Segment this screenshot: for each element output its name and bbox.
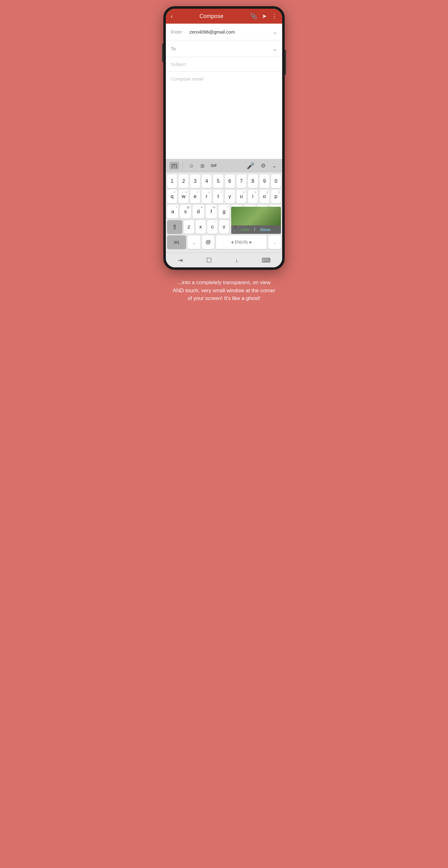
key-x[interactable]: x — [196, 220, 206, 234]
translate-toolbar-btn[interactable]: (T) — [170, 162, 179, 169]
send-icon[interactable]: ➤ — [262, 13, 267, 20]
key-4[interactable]: 4 — [202, 175, 212, 188]
key-p[interactable]: ]p — [271, 190, 281, 203]
keyboard-toolbar: (T) ☺ ⊞ GIF 🎤 ⚙ ⌄ — [166, 159, 282, 173]
last-key-rows: ⇧ z x "c v b ?n m ⌫ — [167, 220, 281, 234]
from-label: From — [171, 29, 189, 34]
keyboard-keys: 1 2 3 4 5 6 7 8 9 0 +q ×w — [166, 173, 282, 252]
key-d[interactable]: #d — [192, 205, 204, 219]
emoji-toolbar-btn[interactable]: ☺ — [187, 161, 196, 170]
phone-frame: ‹ Compose 📎 ➤ ⋮ From zero4096@gmail.com … — [163, 6, 285, 270]
key-s[interactable]: @s — [180, 205, 191, 219]
key-period[interactable]: . — [268, 235, 281, 249]
collapse-toolbar-btn[interactable]: ⌄ — [270, 161, 278, 170]
compose-body[interactable]: Compose email — [166, 72, 282, 159]
bottom-row: !#1 , @ ◄ EN(US) ► . — [167, 235, 281, 249]
from-chevron-icon[interactable]: ⌄ — [272, 29, 277, 35]
key-0[interactable]: 0 — [271, 175, 281, 188]
to-label: To — [171, 46, 189, 51]
menu-icon[interactable]: ⋮ — [272, 13, 277, 20]
settings-toolbar-btn[interactable]: ⚙ — [259, 161, 268, 170]
dotcom-suggestion[interactable]: .com — [239, 227, 251, 232]
gif-toolbar-btn[interactable]: GIF — [209, 162, 219, 169]
key-f[interactable]: %f — [206, 205, 217, 219]
key-v[interactable]: v — [219, 220, 229, 234]
body-placeholder: Compose email — [171, 76, 203, 82]
subject-placeholder: Subject — [171, 62, 186, 67]
key-o[interactable]: [o — [260, 190, 269, 203]
keyboard-container: (T) ☺ ⊞ GIF 🎤 ⚙ ⌄ 1 2 3 — [166, 159, 282, 267]
key-shift[interactable]: ⇧ — [167, 220, 182, 234]
key-a[interactable]: !a — [167, 205, 178, 219]
key-9[interactable]: 9 — [260, 175, 269, 188]
done-suggestion[interactable]: Done — [258, 227, 272, 232]
bottom-nav: ⇥ ☐ ↓ ⌨ — [166, 252, 282, 267]
top-bar-right: 📎 ➤ ⋮ — [250, 13, 277, 20]
key-r[interactable]: =r — [202, 190, 212, 203]
suggestion-popup: . .com / Done — [231, 207, 281, 234]
to-row: To ⌄ — [166, 40, 282, 57]
key-u[interactable]: <u — [236, 190, 246, 203]
caption-text: ...into a completely transparent, on vie… — [163, 279, 285, 303]
key-comma[interactable]: , — [188, 235, 200, 249]
nav-back-icon[interactable]: ⇥ — [178, 256, 183, 264]
key-i[interactable]: >i — [248, 190, 258, 203]
key-7[interactable]: 7 — [236, 175, 246, 188]
period-suggestion[interactable]: . — [232, 227, 237, 232]
nav-keyboard-icon[interactable]: ⌨ — [262, 256, 271, 264]
suggestion-popup-image — [231, 207, 281, 225]
app-title: Compose — [173, 13, 250, 20]
key-at[interactable]: @ — [202, 235, 215, 249]
suggestion-popup-options: . .com / Done — [231, 225, 281, 234]
toolbar-separator — [183, 162, 183, 169]
sticker-toolbar-btn[interactable]: ⊞ — [199, 162, 206, 170]
key-z[interactable]: z — [184, 220, 194, 234]
attachment-icon[interactable]: 📎 — [250, 13, 257, 20]
key-y[interactable]: _y — [225, 190, 235, 203]
key-6[interactable]: 6 — [225, 175, 235, 188]
key-space[interactable]: ◄ EN(US) ► — [216, 235, 267, 249]
mic-toolbar-btn[interactable]: 🎤 — [245, 161, 256, 171]
phone-inner: ‹ Compose 📎 ➤ ⋮ From zero4096@gmail.com … — [166, 9, 282, 267]
key-t[interactable]: /t — [213, 190, 223, 203]
from-value[interactable]: zero4096@gmail.com — [189, 29, 270, 34]
to-chevron-icon[interactable]: ⌄ — [272, 45, 277, 52]
key-8[interactable]: 8 — [248, 175, 258, 188]
from-row: From zero4096@gmail.com ⌄ — [166, 24, 282, 40]
separator: / — [252, 227, 257, 232]
key-w[interactable]: ×w — [179, 190, 188, 203]
key-e[interactable]: ÷e — [190, 190, 200, 203]
qwerty-row: +q ×w ÷e =r /t _y <u >i [o ]p — [167, 190, 281, 203]
number-row: 1 2 3 4 5 6 7 8 9 0 — [167, 175, 281, 188]
key-1[interactable]: 1 — [167, 175, 177, 188]
subject-row[interactable]: Subject — [166, 57, 282, 72]
key-q[interactable]: +q — [167, 190, 177, 203]
page-wrapper: ‹ Compose 📎 ➤ ⋮ From zero4096@gmail.com … — [163, 6, 285, 303]
key-hash[interactable]: !#1 — [167, 235, 186, 249]
key-g[interactable]: ^g — [218, 205, 230, 219]
compose-area: From zero4096@gmail.com ⌄ To ⌄ Subject C… — [166, 24, 282, 159]
top-bar: ‹ Compose 📎 ➤ ⋮ — [166, 9, 282, 24]
nav-square-icon[interactable]: ☐ — [206, 256, 212, 264]
key-5[interactable]: 5 — [213, 175, 223, 188]
nav-down-icon[interactable]: ↓ — [235, 256, 238, 264]
key-2[interactable]: 2 — [179, 175, 188, 188]
key-3[interactable]: 3 — [190, 175, 200, 188]
key-c[interactable]: "c — [207, 220, 217, 234]
